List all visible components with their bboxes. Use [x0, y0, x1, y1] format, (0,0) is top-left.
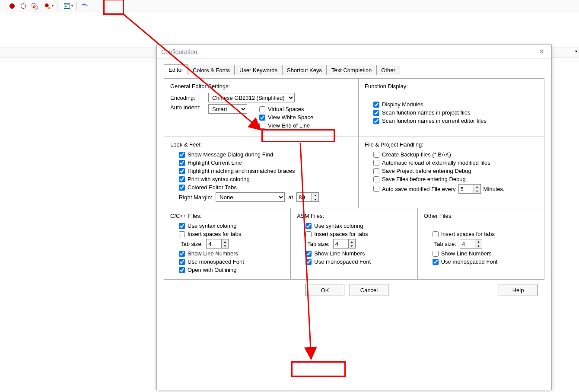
dialog-title: Configuration: [161, 48, 197, 55]
savefiles-label: Save Files before entering Debug: [382, 176, 466, 182]
c-linenums-label: Show Line Numbers: [188, 250, 238, 257]
backup-check[interactable]: [373, 152, 379, 158]
tab-strip: Editor Colors & Fonts User Keywords Shor…: [164, 64, 544, 75]
autosave-check[interactable]: [373, 186, 379, 192]
asmfiles-header: ASM Files:: [297, 213, 411, 219]
scan-project-check[interactable]: [373, 110, 379, 116]
lookfeel-header: Look & Feel:: [170, 141, 352, 148]
tab-shortcut-keys[interactable]: Shortcut Keys: [282, 65, 327, 75]
tab-editor[interactable]: Editor: [164, 64, 188, 75]
auto-indent-label: Auto Indent:: [170, 104, 205, 111]
rightmargin-label: Right Margin:: [179, 194, 212, 201]
autosave-value[interactable]: [459, 185, 474, 193]
hlbraces-label: Highlight matching and mismatched braces: [188, 168, 295, 174]
c-tab-value[interactable]: [207, 239, 221, 248]
configuration-wrench-icon[interactable]: [80, 1, 89, 11]
virtual-spaces-check[interactable]: [259, 106, 265, 112]
o-mono-label: Use monospaced Font: [441, 258, 498, 265]
msgdialog-label: Show Message Dialog during Find: [188, 151, 273, 158]
o-tab-spin[interactable]: ▲▼: [460, 239, 482, 249]
func-display-header: Function Display:: [365, 83, 538, 89]
virtual-spaces-label: Virtual Spaces: [268, 106, 304, 112]
encoding-select[interactable]: Chinese GB2312 (Simplified): [208, 93, 295, 102]
configuration-dialog: Configuration ✕ Editor Colors & Fonts Us…: [156, 45, 552, 390]
colortabs-check[interactable]: [179, 185, 185, 191]
separator: [57, 2, 57, 10]
display-modules-check[interactable]: [373, 102, 379, 108]
cfiles-header: C/C++ Files:: [170, 213, 284, 219]
display-modules-label: Display Modules: [382, 101, 423, 108]
separator: [76, 2, 77, 10]
asm-linenums-check[interactable]: [305, 251, 312, 257]
breakpoint-red-icon[interactable]: [7, 1, 17, 11]
tab-user-keywords[interactable]: User Keywords: [235, 65, 282, 75]
autoreload-label: Automatic reload of externally modified …: [382, 159, 490, 166]
asm-spaces-check[interactable]: [305, 231, 312, 237]
at-value[interactable]: [297, 193, 312, 201]
c-spaces-label: Insert spaces for tabs: [188, 231, 241, 237]
colortabs-label: Colored Editor Tabs: [188, 184, 237, 191]
view-whitespace-check[interactable]: [259, 115, 265, 121]
o-linenums-check[interactable]: [433, 251, 439, 257]
view-eol-label: View End of Line: [268, 122, 310, 129]
o-spaces-check[interactable]: [433, 231, 439, 237]
view-whitespace-label: View White Space: [268, 114, 313, 121]
c-syntax-check[interactable]: [179, 223, 185, 229]
c-mono-check[interactable]: [179, 259, 185, 265]
tab-text-completion[interactable]: Text Completion: [327, 65, 376, 75]
c-outline-check[interactable]: [179, 267, 185, 273]
view-eol-check[interactable]: [259, 123, 265, 129]
asm-tab-value[interactable]: [334, 239, 348, 248]
rightmargin-select[interactable]: None: [216, 192, 285, 202]
asm-tab-label: Tab size:: [307, 241, 329, 247]
autoreload-check[interactable]: [373, 160, 379, 166]
breakpoint-pair-icon[interactable]: [30, 1, 39, 11]
auto-indent-select[interactable]: Smart: [208, 104, 247, 114]
o-tab-label: Tab size:: [434, 241, 456, 247]
window-list-icon[interactable]: [60, 1, 73, 11]
autosave-spin[interactable]: ▲▼: [458, 184, 481, 194]
o-tab-value[interactable]: [460, 239, 475, 248]
scan-editor-check[interactable]: [373, 118, 379, 124]
savefiles-check[interactable]: [373, 176, 379, 182]
asm-mono-check[interactable]: [305, 259, 312, 265]
tab-colors-fonts[interactable]: Colors & Fonts: [188, 65, 235, 75]
separator: [4, 2, 4, 10]
asm-tab-spin[interactable]: ▲▼: [333, 239, 356, 249]
tab-other[interactable]: Other: [376, 65, 400, 75]
asm-syntax-check[interactable]: [305, 223, 312, 229]
close-icon[interactable]: ✕: [536, 48, 547, 56]
asm-spaces-label: Insert spaces for tabs: [314, 231, 368, 237]
msgdialog-check[interactable]: [179, 152, 185, 158]
rightmargin-at-spin[interactable]: ▲▼: [296, 192, 319, 202]
general-header: General Editor Settings:: [170, 83, 352, 89]
scan-editor-label: Scan function names in current editor fi…: [382, 118, 487, 124]
c-tab-spin[interactable]: ▲▼: [206, 239, 229, 249]
hlline-label: Highlight Current Line: [188, 159, 242, 166]
at-label: at: [288, 194, 293, 201]
autosave-label-post: Minutes.: [484, 186, 505, 192]
c-linenums-check[interactable]: [179, 251, 185, 257]
c-tab-label: Tab size:: [181, 241, 203, 247]
ok-button[interactable]: OK: [305, 284, 344, 296]
c-spaces-check[interactable]: [179, 231, 185, 237]
breakpoint-disable-icon[interactable]: [41, 1, 54, 11]
hlline-check[interactable]: [179, 160, 185, 166]
c-mono-label: Use monospaced Font: [188, 258, 244, 265]
o-spaces-label: Insert spaces for tabs: [441, 231, 495, 237]
hlbraces-check[interactable]: [179, 168, 185, 174]
breakpoint-outline-icon[interactable]: [19, 1, 28, 11]
o-mono-check[interactable]: [433, 259, 439, 265]
cancel-button[interactable]: Cancel: [350, 284, 388, 296]
printcolor-check[interactable]: [179, 176, 185, 182]
saveproj-check[interactable]: [373, 168, 379, 174]
backup-label: Create Backup files (*.BAK): [382, 151, 451, 158]
help-button[interactable]: Help: [499, 284, 538, 296]
asm-mono-label: Use monospaced Font: [314, 258, 371, 265]
asm-syntax-label: Use syntax coloring: [314, 223, 363, 229]
scan-project-label: Scan function names in project files: [382, 109, 471, 116]
c-outline-label: Open with Outlining: [188, 267, 236, 273]
encoding-label: Encoding:: [170, 95, 205, 101]
filehandling-header: File & Project Handling:: [365, 141, 538, 148]
dialog-button-row: OK Cancel Help: [164, 280, 544, 300]
